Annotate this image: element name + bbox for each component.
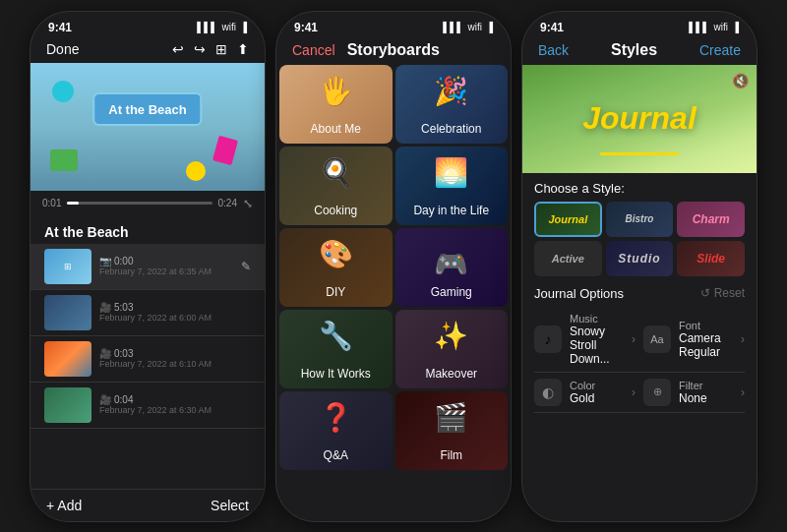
options-header: Journal Options ↺ Reset (534, 286, 745, 301)
style-label-bistro: Bistro (626, 213, 654, 224)
celebration-icon: 🎉 (434, 75, 468, 107)
font-icon: Aa (650, 333, 663, 345)
storyboard-item-cooking[interactable]: 🍳 Cooking (279, 147, 393, 225)
expand-icon[interactable]: ⤡ (243, 197, 253, 210)
font-value: Camera Regular (679, 331, 733, 359)
layout-icon[interactable]: ⊞ (215, 41, 227, 57)
journal-options: Journal Options ↺ Reset ♪ Music Snowy St… (522, 280, 757, 419)
clip-item[interactable]: 🎥 0:03 February 7, 2022 at 6:10 AM (30, 336, 265, 383)
style-card-studio[interactable]: Studio (606, 241, 674, 276)
storyboard-item-day-in-life[interactable]: 🌅 Day in the Life (395, 147, 509, 225)
share-icon[interactable]: ⬆ (237, 41, 249, 57)
gaming-icon: 🎮 (434, 248, 468, 280)
edit-icon[interactable]: ✎ (241, 260, 251, 273)
phone-2: 9:41 ▌▌▌ wifi ▐ Cancel Storyboards 🖐 Abo… (275, 11, 512, 522)
how-it-works-label: How It Works (301, 367, 371, 381)
clip-thumb (44, 341, 91, 377)
clip-date: February 7, 2022 at 6:30 AM (99, 405, 251, 415)
video-progress-fill (67, 202, 79, 205)
font-content[interactable]: Font Camera Regular (679, 320, 733, 359)
filter-content[interactable]: Filter None (679, 380, 733, 405)
storyboard-item-qa[interactable]: ❓ Q&A (279, 391, 393, 470)
battery-icon: ▐ (486, 22, 493, 32)
color-value: Gold (570, 391, 624, 405)
clip-date: February 7, 2022 at 6:10 AM (99, 359, 251, 369)
phone-3: 9:41 ▌▌▌ wifi ▐ Back Styles Create Journ… (521, 11, 757, 522)
storyboard-item-makeover[interactable]: ✨ Makeover (395, 310, 509, 388)
storyboard-item-diy[interactable]: 🎨 DIY (279, 228, 393, 307)
camera-icon: 📷 (99, 256, 111, 266)
phone1-footer: + Add Select (30, 489, 265, 521)
style-card-charm[interactable]: Charm (677, 202, 745, 237)
video-controls: 0:01 0:24 ⤡ (30, 191, 265, 216)
color-content[interactable]: Color Gold (570, 380, 624, 405)
storyboard-item-film[interactable]: 🎬 Film (395, 391, 509, 470)
style-grid: Journal Bistro Charm Active Studio Slide (534, 202, 745, 276)
styles-section: Choose a Style: Journal Bistro Charm Act… (522, 173, 757, 280)
options-title: Journal Options (534, 286, 624, 301)
filter-value: None (679, 391, 733, 405)
clip-duration: 🎥 0:04 (99, 394, 251, 405)
clip-thumb: ⊞ (44, 249, 91, 284)
video-title-card: At the Beach (92, 92, 202, 126)
diy-icon: 🎨 (319, 238, 353, 270)
status-bar-2: 9:41 ▌▌▌ wifi ▐ (276, 12, 511, 37)
done-button[interactable]: Done (46, 41, 79, 57)
style-label-studio: Studio (618, 252, 660, 266)
undo-icon[interactable]: ↩ (172, 41, 184, 57)
music-content[interactable]: Music Snowy Stroll Down... (570, 313, 624, 366)
create-button[interactable]: Create (699, 42, 741, 58)
mute-icon[interactable]: 🔇 (732, 73, 749, 89)
style-card-active[interactable]: Active (534, 241, 602, 276)
add-button[interactable]: + Add (46, 498, 82, 513)
status-time-3: 9:41 (540, 21, 564, 34)
clip-duration: 📷 0:00 (99, 256, 233, 266)
cancel-button[interactable]: Cancel (292, 42, 335, 58)
storyboard-item-how-it-works[interactable]: 🔧 How It Works (279, 310, 393, 388)
back-button[interactable]: Back (538, 42, 569, 58)
clip-info: 🎥 0:03 February 7, 2022 at 6:10 AM (99, 348, 251, 369)
font-chevron: › (741, 332, 745, 346)
storyboard-item-gaming[interactable]: 🎮 Gaming (395, 228, 509, 307)
page-title-2: Storyboards (347, 41, 440, 59)
film-label: Film (440, 448, 462, 462)
clip-duration: 🎥 5:03 (99, 302, 251, 313)
reset-button[interactable]: ↺ Reset (700, 286, 745, 300)
clip-date: February 7, 2022 at 6:35 AM (99, 266, 233, 276)
deco-rect-green (50, 149, 78, 171)
phone1-header: Done ↩ ↪ ⊞ ⬆ (30, 37, 265, 63)
video-time-end: 0:24 (218, 198, 237, 208)
status-icons-2: ▌▌▌ wifi ▐ (443, 22, 493, 32)
gaming-label: Gaming (431, 285, 472, 299)
select-button[interactable]: Select (211, 498, 249, 513)
journal-hero-title: Journal (582, 100, 696, 137)
battery-icon: ▐ (732, 22, 739, 32)
music-icon: ♪ (545, 331, 552, 347)
music-icon-bg: ♪ (534, 325, 562, 353)
qa-icon: ❓ (319, 401, 353, 434)
makeover-label: Makeover (425, 367, 477, 381)
diy-label: DIY (326, 285, 345, 299)
storyboard-item-celebration[interactable]: 🎉 Celebration (395, 65, 509, 144)
music-key: Music (570, 313, 624, 325)
clip-duration: 🎥 0:03 (99, 348, 251, 359)
style-card-slide[interactable]: Slide (677, 241, 745, 276)
style-card-bistro[interactable]: Bistro (606, 202, 674, 237)
clip-item[interactable]: 🎥 0:04 February 7, 2022 at 6:30 AM (30, 383, 265, 429)
page-title-3: Styles (611, 41, 657, 59)
color-icon-bg: ◐ (534, 379, 562, 406)
celebration-label: Celebration (421, 122, 481, 136)
status-time-1: 9:41 (48, 21, 72, 34)
clip-thumb (44, 387, 91, 423)
clip-item[interactable]: ⊞ 📷 0:00 February 7, 2022 at 6:35 AM ✎ (30, 244, 265, 290)
video-progress-bar[interactable] (67, 202, 212, 205)
color-icon: ◐ (542, 384, 554, 400)
clip-item[interactable]: 🎥 5:03 February 7, 2022 at 6:00 AM (30, 290, 265, 336)
style-card-journal[interactable]: Journal (534, 202, 602, 237)
music-chevron: › (632, 332, 636, 346)
video-preview: At the Beach (30, 63, 265, 191)
cooking-icon: 🍳 (319, 156, 353, 189)
storyboard-item-about-me[interactable]: 🖐 About Me (279, 65, 393, 144)
redo-icon[interactable]: ↪ (194, 41, 206, 57)
filter-key: Filter (679, 380, 733, 391)
